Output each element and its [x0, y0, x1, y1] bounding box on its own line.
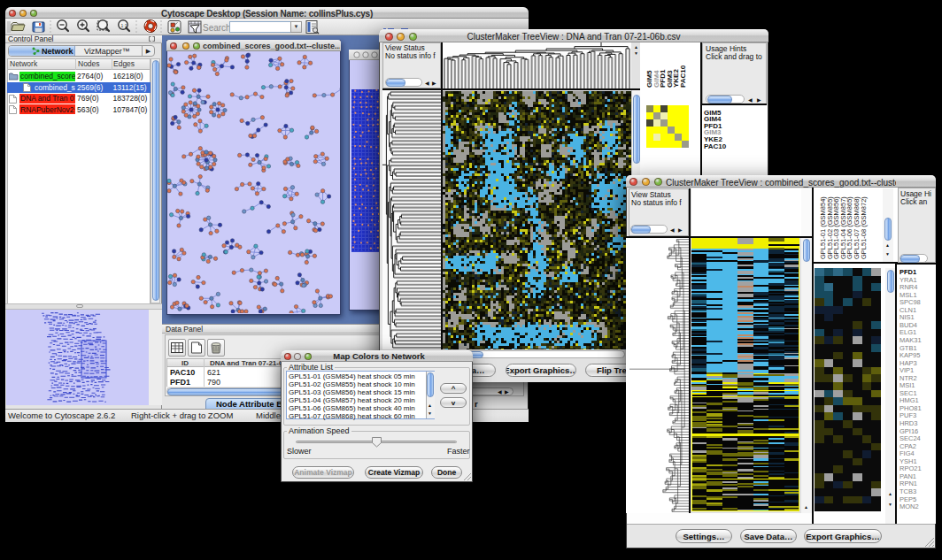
svg-text:1:1: 1:1: [121, 23, 127, 28]
